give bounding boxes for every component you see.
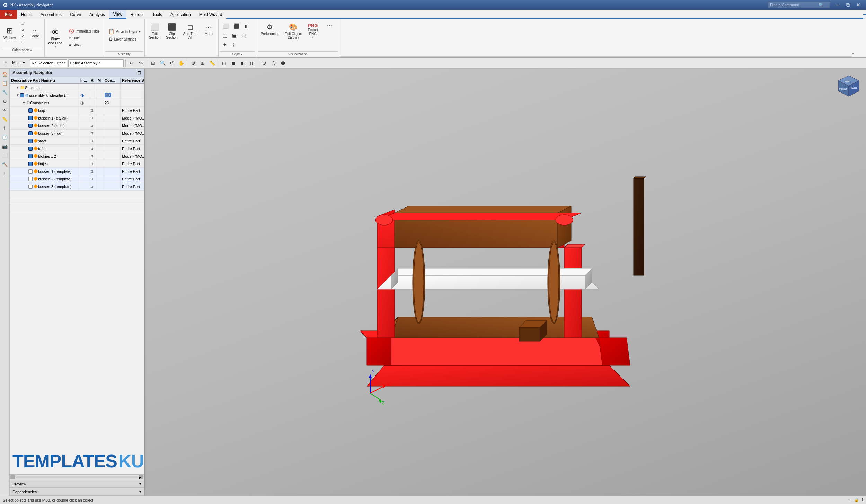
nav-row-staaf[interactable]: 🔶 staaf □ Entire Part — [10, 137, 144, 145]
nav-row-tafel[interactable]: 🔶 tafel □ Entire Part — [10, 145, 144, 152]
restore-button[interactable]: ⧉ — [843, 1, 853, 9]
style-btn2[interactable]: ⬛ — [231, 23, 241, 29]
sidebar-cam[interactable]: 📷 — [1, 142, 9, 150]
hide-button[interactable]: ○ Hide — [67, 35, 102, 41]
nav-row-kussen2[interactable]: 🔶 kussen 2 (klein) □ Model ("MO... — [10, 122, 144, 130]
selection-filter-dropdown[interactable]: No Selection Filter ▾ — [30, 59, 68, 67]
window-button[interactable]: ⊞ Window — [1, 20, 18, 46]
nav-row-sections[interactable]: ▼ 📁 Sections — [10, 84, 144, 91]
tb-redo[interactable]: ↪ — [137, 59, 145, 67]
dependencies-panel-header[interactable]: Dependencies ▾ — [10, 488, 144, 496]
style-btn6[interactable]: ⬡ — [239, 32, 248, 39]
nav-scrollbar-thumb[interactable] — [10, 475, 15, 479]
assembly-dropdown[interactable]: Entire Assembly ▾ — [68, 59, 124, 67]
orient-btn1[interactable]: ↩ — [19, 21, 26, 27]
menu-dropdown-button[interactable]: ≡ — [1, 59, 10, 67]
search-input[interactable] — [770, 3, 819, 7]
close-button[interactable]: ✕ — [854, 1, 863, 9]
export-png-button[interactable]: PNG ExportPNG ▾ — [305, 21, 320, 40]
viz-more-button[interactable]: ⋯ — [322, 21, 337, 30]
sections-expand[interactable]: ▼ — [16, 86, 19, 89]
style-btn4[interactable]: ◫ — [221, 32, 229, 39]
menu-mold-wizard[interactable]: Mold Wizard — [195, 10, 227, 19]
nav-row-template1[interactable]: 🔶 kussen 1 (template) □ Entire Part — [10, 168, 144, 175]
separator6 — [258, 60, 258, 67]
sidebar-info[interactable]: ℹ — [1, 124, 9, 132]
template3-r-check: □ — [91, 185, 93, 188]
preview-panel-header[interactable]: Preview ▾ — [10, 480, 144, 488]
menu-analysis[interactable]: Analysis — [85, 10, 109, 19]
menu-home[interactable]: Home — [17, 10, 36, 19]
nav-close-button[interactable]: ⊟ — [137, 70, 141, 76]
tb-view2[interactable]: ◼ — [229, 59, 238, 67]
sidebar-tools[interactable]: 🔨 — [1, 160, 9, 168]
style-btn8[interactable]: ⊹ — [230, 41, 238, 48]
more-section-button[interactable]: ⋯ More — [201, 21, 216, 37]
command-search[interactable]: 🔍 — [768, 2, 830, 8]
orient-btn2[interactable]: ↺ — [19, 27, 26, 33]
minimize-button[interactable]: ─ — [833, 1, 842, 9]
tb-zoom[interactable]: 🔍 — [158, 59, 167, 67]
edit-object-display-button[interactable]: 🎨 Edit ObjectDisplay — [283, 21, 304, 41]
menu-render[interactable]: Render — [126, 10, 148, 19]
sidebar-constraint[interactable]: ⚙ — [1, 97, 9, 105]
more-orient-button[interactable]: ⋯ More — [28, 20, 43, 46]
tb-undo[interactable]: ↩ — [127, 59, 136, 67]
see-thru-all-button[interactable]: ◻ See-ThruAll — [181, 21, 200, 41]
tb-view3[interactable]: ◧ — [239, 59, 247, 67]
menu-assemblies[interactable]: Assemblies — [36, 10, 66, 19]
sidebar-nav[interactable]: 📋 — [1, 79, 9, 87]
edit-section-button[interactable]: ⬜ EditSection — [147, 21, 162, 41]
sidebar-history[interactable]: 🕐 — [1, 133, 9, 141]
nav-row-constraints[interactable]: ▼ ⚙ Constraints ◑ 23 — [10, 99, 144, 107]
constraints-expand[interactable]: ▼ — [22, 101, 26, 105]
nav-row-kussen1[interactable]: 🔶 kussen 1 (zitvlak) □ Model ("MO... — [10, 114, 144, 122]
show-button[interactable]: ● Show — [67, 42, 102, 48]
menu-tools[interactable]: Tools — [148, 10, 166, 19]
tb-snap[interactable]: ⊕ — [189, 59, 197, 67]
tb-grid[interactable]: ⊞ — [198, 59, 207, 67]
sidebar-parts[interactable]: 🔧 — [1, 88, 9, 96]
nav-row-assembly[interactable]: ▼ ⚙ assembly kinderzitje (... ◑ 13 — [10, 91, 144, 99]
tb-rotate[interactable]: ↺ — [168, 59, 176, 67]
sidebar-view[interactable]: 👁 — [1, 106, 9, 114]
orientation-cube[interactable]: TOP FRONT RIGHT — [835, 72, 863, 100]
sidebar-measure[interactable]: 📏 — [1, 115, 9, 123]
preferences-button[interactable]: ⚙ Preferences — [258, 21, 281, 37]
style-btn1[interactable]: ⬜ — [221, 23, 231, 29]
nav-row-template2[interactable]: 🔶 kussen 2 (template) □ Entire Part — [10, 175, 144, 183]
tb-wire[interactable]: ⬡ — [269, 59, 278, 67]
tb-view4[interactable]: ◫ — [248, 59, 256, 67]
tb-select[interactable]: ⊙ — [260, 59, 268, 67]
nav-row-template3[interactable]: 🔶 kussen 3 (template) □ Entire Part — [10, 183, 144, 191]
nav-row-kussen3[interactable]: 🔶 kussen 3 (rug) □ Model ("MO... — [10, 130, 144, 137]
sidebar-layers[interactable]: ⬜ — [1, 151, 9, 159]
tb-pan[interactable]: ✋ — [177, 59, 185, 67]
style-btn3[interactable]: ◧ — [242, 23, 251, 29]
sidebar-more[interactable]: ⋮ — [1, 169, 9, 177]
move-to-layer-button[interactable]: 📋 Move to Layer ▾ — [106, 28, 142, 35]
file-menu-button[interactable]: File — [0, 10, 17, 19]
viewport[interactable]: Y X Z TOP FRONT RIGHT — [145, 69, 866, 496]
nav-row-lintjes[interactable]: 🔶 lintjes □ Entire Part — [10, 160, 144, 168]
layer-settings-button[interactable]: ⚙ Layer Settings — [106, 36, 142, 43]
menu-curve[interactable]: Curve — [66, 10, 85, 19]
tb-shade[interactable]: ⬢ — [279, 59, 287, 67]
nav-row-blokjes[interactable]: 🔶 blokjes x 2 □ Model ("MO... — [10, 152, 144, 160]
nav-scrollbar-end[interactable]: ▶ — [139, 475, 143, 479]
orient-btn4[interactable]: ⊡ — [19, 39, 26, 44]
menu-view[interactable]: View — [109, 10, 126, 19]
nav-scrollbar[interactable]: ▶ — [10, 474, 144, 480]
tb-view1[interactable]: ◻ — [220, 59, 228, 67]
orient-btn3[interactable]: ⤢ — [19, 33, 26, 38]
immediate-hide-button[interactable]: 🚫 Immediate Hide — [67, 28, 102, 34]
tb-fit[interactable]: ⊞ — [149, 59, 157, 67]
tb-measure[interactable]: 📏 — [208, 59, 216, 67]
sidebar-home[interactable]: 🏠 — [1, 70, 9, 78]
style-btn7[interactable]: ✦ — [221, 41, 229, 48]
assembly-expand[interactable]: ▼ — [16, 93, 19, 97]
style-btn5[interactable]: ▣ — [230, 32, 239, 39]
clip-section-button[interactable]: ⬛ ClipSection — [164, 21, 179, 41]
nav-row-kuip[interactable]: 🔶 kuip □ Entire Part — [10, 107, 144, 114]
menu-application[interactable]: Application — [166, 10, 195, 19]
